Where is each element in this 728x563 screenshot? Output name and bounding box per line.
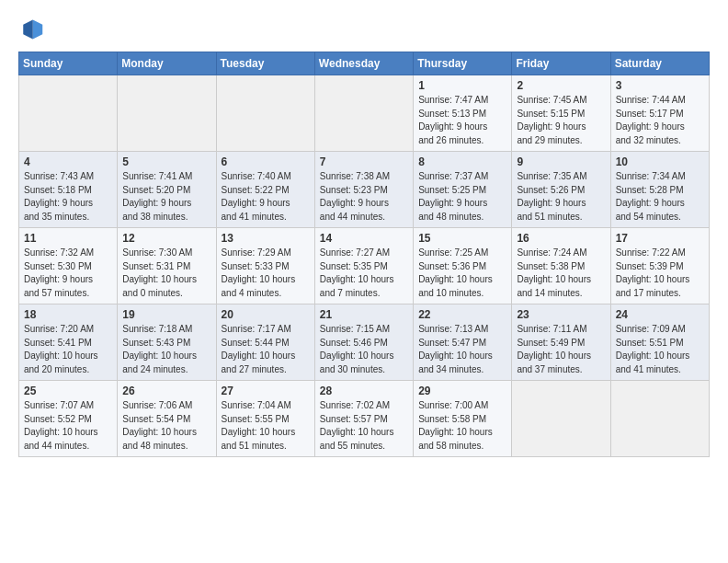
day-info: Sunrise: 7:24 AM Sunset: 5:38 PM Dayligh…	[517, 247, 605, 300]
day-info: Sunrise: 7:02 AM Sunset: 5:57 PM Dayligh…	[320, 399, 408, 453]
day-info: Sunrise: 7:11 AM Sunset: 5:49 PM Dayligh…	[517, 323, 605, 376]
calendar-body: 1Sunrise: 7:47 AM Sunset: 5:13 PM Daylig…	[19, 75, 710, 457]
calendar-cell: 3Sunrise: 7:44 AM Sunset: 5:17 PM Daylig…	[610, 75, 709, 152]
day-info: Sunrise: 7:38 AM Sunset: 5:23 PM Dayligh…	[320, 170, 408, 224]
calendar-header: SundayMondayTuesdayWednesdayThursdayFrid…	[19, 52, 710, 75]
day-info: Sunrise: 7:00 AM Sunset: 5:58 PM Dayligh…	[418, 399, 506, 453]
calendar-week-5: 25Sunrise: 7:07 AM Sunset: 5:52 PM Dayli…	[19, 381, 710, 457]
day-number: 14	[320, 232, 408, 245]
day-number: 24	[616, 308, 704, 321]
day-info: Sunrise: 7:18 AM Sunset: 5:43 PM Dayligh…	[122, 323, 210, 376]
calendar-cell: 18Sunrise: 7:20 AM Sunset: 5:41 PM Dayli…	[19, 304, 118, 381]
day-number: 28	[320, 385, 408, 397]
day-number: 16	[517, 232, 605, 245]
day-number: 21	[320, 308, 408, 321]
calendar-cell: 14Sunrise: 7:27 AM Sunset: 5:35 PM Dayli…	[314, 228, 413, 304]
calendar-cell: 12Sunrise: 7:30 AM Sunset: 5:31 PM Dayli…	[118, 228, 216, 304]
day-info: Sunrise: 7:27 AM Sunset: 5:35 PM Dayligh…	[320, 247, 408, 300]
day-number: 1	[418, 79, 506, 92]
calendar-cell: 5Sunrise: 7:41 AM Sunset: 5:20 PM Daylig…	[118, 152, 216, 228]
calendar-cell: 25Sunrise: 7:07 AM Sunset: 5:52 PM Dayli…	[19, 381, 118, 457]
day-info: Sunrise: 7:20 AM Sunset: 5:41 PM Dayligh…	[24, 323, 112, 376]
day-info: Sunrise: 7:37 AM Sunset: 5:25 PM Dayligh…	[418, 170, 506, 224]
day-info: Sunrise: 7:06 AM Sunset: 5:54 PM Dayligh…	[122, 399, 210, 453]
day-number: 11	[24, 232, 112, 245]
day-info: Sunrise: 7:09 AM Sunset: 5:51 PM Dayligh…	[616, 323, 704, 376]
day-info: Sunrise: 7:04 AM Sunset: 5:55 PM Dayligh…	[222, 399, 310, 453]
calendar-cell: 15Sunrise: 7:25 AM Sunset: 5:36 PM Dayli…	[414, 228, 512, 304]
calendar-cell: 9Sunrise: 7:35 AM Sunset: 5:26 PM Daylig…	[512, 152, 610, 228]
header-day-saturday: Saturday	[610, 52, 709, 75]
day-number: 7	[320, 155, 408, 168]
calendar-table: SundayMondayTuesdayWednesdayThursdayFrid…	[18, 52, 710, 457]
day-number: 29	[418, 385, 506, 397]
day-number: 2	[517, 79, 605, 92]
page: SundayMondayTuesdayWednesdayThursdayFrid…	[0, 0, 728, 466]
day-info: Sunrise: 7:29 AM Sunset: 5:33 PM Dayligh…	[222, 247, 310, 300]
day-info: Sunrise: 7:41 AM Sunset: 5:20 PM Dayligh…	[122, 170, 210, 224]
day-number: 5	[122, 155, 210, 168]
calendar-cell: 6Sunrise: 7:40 AM Sunset: 5:22 PM Daylig…	[216, 152, 314, 228]
calendar-cell: 2Sunrise: 7:45 AM Sunset: 5:15 PM Daylig…	[512, 75, 610, 152]
calendar-cell: 21Sunrise: 7:15 AM Sunset: 5:46 PM Dayli…	[314, 304, 413, 381]
header-day-thursday: Thursday	[414, 52, 512, 75]
day-number: 15	[418, 232, 506, 245]
calendar-cell: 16Sunrise: 7:24 AM Sunset: 5:38 PM Dayli…	[512, 228, 610, 304]
calendar-cell: 7Sunrise: 7:38 AM Sunset: 5:23 PM Daylig…	[314, 152, 413, 228]
day-number: 3	[616, 79, 704, 92]
day-info: Sunrise: 7:35 AM Sunset: 5:26 PM Dayligh…	[517, 170, 605, 224]
day-number: 22	[418, 308, 506, 321]
calendar-cell	[118, 75, 216, 152]
calendar-cell: 11Sunrise: 7:32 AM Sunset: 5:30 PM Dayli…	[19, 228, 118, 304]
calendar-cell: 20Sunrise: 7:17 AM Sunset: 5:44 PM Dayli…	[216, 304, 314, 381]
calendar-cell: 1Sunrise: 7:47 AM Sunset: 5:13 PM Daylig…	[414, 75, 512, 152]
calendar-week-4: 18Sunrise: 7:20 AM Sunset: 5:41 PM Dayli…	[19, 304, 710, 381]
header-day-friday: Friday	[512, 52, 610, 75]
logo-icon	[18, 17, 44, 42]
day-number: 9	[517, 155, 605, 168]
day-number: 27	[222, 385, 310, 397]
header-day-wednesday: Wednesday	[314, 52, 413, 75]
calendar-cell: 24Sunrise: 7:09 AM Sunset: 5:51 PM Dayli…	[610, 304, 709, 381]
header	[18, 17, 710, 42]
day-number: 8	[418, 155, 506, 168]
calendar-cell: 17Sunrise: 7:22 AM Sunset: 5:39 PM Dayli…	[610, 228, 709, 304]
calendar-cell: 23Sunrise: 7:11 AM Sunset: 5:49 PM Dayli…	[512, 304, 610, 381]
calendar-cell: 22Sunrise: 7:13 AM Sunset: 5:47 PM Dayli…	[414, 304, 512, 381]
day-info: Sunrise: 7:07 AM Sunset: 5:52 PM Dayligh…	[24, 399, 112, 453]
calendar-cell	[314, 75, 413, 152]
day-info: Sunrise: 7:17 AM Sunset: 5:44 PM Dayligh…	[222, 323, 310, 376]
day-info: Sunrise: 7:32 AM Sunset: 5:30 PM Dayligh…	[24, 247, 112, 300]
day-number: 23	[517, 308, 605, 321]
header-day-monday: Monday	[118, 52, 216, 75]
calendar-cell: 29Sunrise: 7:00 AM Sunset: 5:58 PM Dayli…	[414, 381, 512, 457]
day-info: Sunrise: 7:44 AM Sunset: 5:17 PM Dayligh…	[616, 94, 704, 147]
day-number: 4	[24, 155, 112, 168]
day-info: Sunrise: 7:22 AM Sunset: 5:39 PM Dayligh…	[616, 247, 704, 300]
calendar-cell: 4Sunrise: 7:43 AM Sunset: 5:18 PM Daylig…	[19, 152, 118, 228]
day-number: 18	[24, 308, 112, 321]
calendar-cell: 10Sunrise: 7:34 AM Sunset: 5:28 PM Dayli…	[610, 152, 709, 228]
day-info: Sunrise: 7:40 AM Sunset: 5:22 PM Dayligh…	[222, 170, 310, 224]
day-number: 12	[122, 232, 210, 245]
day-number: 20	[222, 308, 310, 321]
calendar-week-2: 4Sunrise: 7:43 AM Sunset: 5:18 PM Daylig…	[19, 152, 710, 228]
day-info: Sunrise: 7:34 AM Sunset: 5:28 PM Dayligh…	[616, 170, 704, 224]
calendar-cell: 13Sunrise: 7:29 AM Sunset: 5:33 PM Dayli…	[216, 228, 314, 304]
day-info: Sunrise: 7:15 AM Sunset: 5:46 PM Dayligh…	[320, 323, 408, 376]
header-day-sunday: Sunday	[19, 52, 118, 75]
day-number: 19	[122, 308, 210, 321]
day-info: Sunrise: 7:13 AM Sunset: 5:47 PM Dayligh…	[418, 323, 506, 376]
calendar-cell: 26Sunrise: 7:06 AM Sunset: 5:54 PM Dayli…	[118, 381, 216, 457]
day-number: 26	[122, 385, 210, 397]
header-row: SundayMondayTuesdayWednesdayThursdayFrid…	[19, 52, 710, 75]
calendar-cell: 8Sunrise: 7:37 AM Sunset: 5:25 PM Daylig…	[414, 152, 512, 228]
day-info: Sunrise: 7:47 AM Sunset: 5:13 PM Dayligh…	[418, 94, 506, 147]
day-info: Sunrise: 7:25 AM Sunset: 5:36 PM Dayligh…	[418, 247, 506, 300]
calendar-cell: 28Sunrise: 7:02 AM Sunset: 5:57 PM Dayli…	[314, 381, 413, 457]
day-info: Sunrise: 7:43 AM Sunset: 5:18 PM Dayligh…	[24, 170, 112, 224]
calendar-cell: 19Sunrise: 7:18 AM Sunset: 5:43 PM Dayli…	[118, 304, 216, 381]
calendar-cell	[216, 75, 314, 152]
calendar-cell: 27Sunrise: 7:04 AM Sunset: 5:55 PM Dayli…	[216, 381, 314, 457]
day-info: Sunrise: 7:30 AM Sunset: 5:31 PM Dayligh…	[122, 247, 210, 300]
